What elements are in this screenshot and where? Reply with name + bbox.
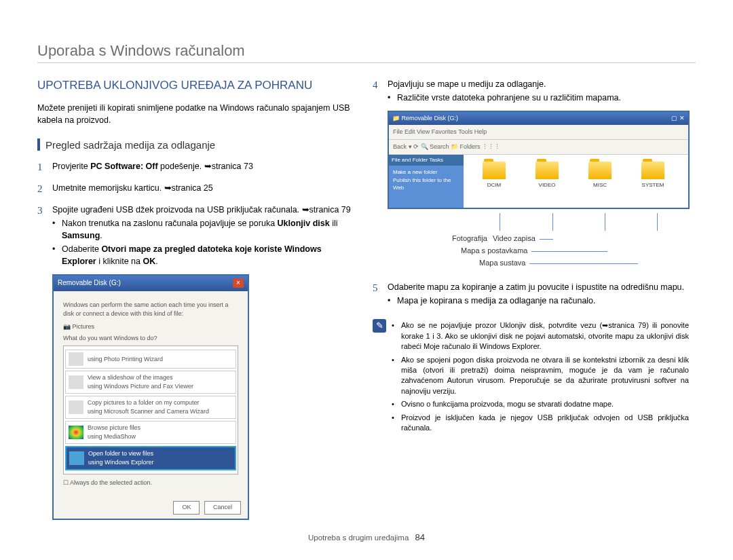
note-item: Ovisno o funkcijama proizvoda, mogu se s… [401,399,614,409]
note-item: Proizvod je isključen kada je njegov USB… [401,413,689,434]
page-number: 84 [415,532,425,542]
step-number: 1 [37,160,52,175]
explorer-sidebar: File and Folder Tasks Make a new folder … [389,155,464,208]
step-text: Umetnite memorijsku karticu. ➥stranica 2… [52,182,354,197]
subheading: Pregled sadržaja medija za odlaganje [37,138,354,153]
note-box: ✎ •Ako se ne pojavljuje prozor Uklonjiv … [373,319,689,436]
page-title: Uporaba s Windows računalom [37,42,696,60]
bullet-text: Mapa je kopirana s medija za odlaganje n… [397,295,596,307]
step-text: Pojavljuju se mape u mediju za odlaganje… [388,78,689,90]
dialog-option-selected[interactable]: Open folder to view filesusing Windows E… [65,446,236,470]
folder-dcim[interactable]: DCIM [477,162,511,208]
dialog-title: Removable Disk (G:) [58,278,121,288]
step-bullet: • Odaberite Otvori mape za pregled datot… [52,243,354,267]
dialog-option[interactable]: View a slideshow of the imagesusing Wind… [65,371,236,394]
ok-button[interactable]: OK [173,501,200,514]
folder-icon [483,162,506,179]
mediashow-icon [69,426,83,439]
intro-text: Možete prenijeti ili kopirati snimljene … [37,102,354,126]
step-bullet: •Različite vrste datoteka pohranjene su … [388,92,689,104]
explorer-title: Removable Disk (G:) [402,115,459,122]
folder-callouts: Fotografija Video zapisa Mapa s postavka… [388,213,689,269]
right-column: 4 Pojavljuju se mape u mediju za odlagan… [373,78,689,520]
bullet-bold: Samsung [62,231,100,240]
folder-icon [535,162,559,179]
content-columns: UPOTREBA UKLONJIVOG UREĐAJA ZA POHRANU M… [37,78,696,520]
section-heading: UPOTREBA UKLONJIVOG UREĐAJA ZA POHRANU [37,78,354,92]
dialog-pictures: Pictures [73,323,95,330]
step-3: 3 Spojite ugrađeni USB džek proizvoda na… [37,204,354,268]
dialog-text: Windows can perform the same action each… [63,301,238,318]
bullet-text: ili [330,219,338,228]
bullet-text: . [100,231,102,240]
note-item: Ako se spojeni pogon diska proizvoda ne … [401,355,689,397]
step-4: 4 Pojavljuju se mape u mediju za odlagan… [373,78,689,104]
step-number: 3 [37,204,52,268]
sidebar-header: File and Folder Tasks [389,155,464,166]
folder-video[interactable]: VIDEO [530,162,564,208]
sidebar-link[interactable]: Publish this folder to the Web [393,176,459,192]
callout-photo: Fotografija [452,234,487,244]
explorer-window: 📁 Removable Disk (G:) ▢ ✕ File Edit View… [388,111,690,209]
sidebar-link[interactable]: Make a new folder [393,168,459,176]
footer-section: Upotreba s drugim uređajima [308,534,409,542]
explorer-menu[interactable]: File Edit View Favorites Tools Help [389,125,688,140]
cancel-button[interactable]: Cancel [204,501,241,514]
step-2: 2 Umetnite memorijsku karticu. ➥stranica… [37,182,354,197]
bullet-text: i kliknite na [96,257,143,266]
bullet-text: Nakon trenutka na zaslonu računala pojav… [62,219,278,228]
folder-misc[interactable]: MISC [583,162,617,208]
wizard-icon [69,352,83,366]
subheading-text: Pregled sadržaja medija za odlaganje [45,138,215,153]
step-number: 4 [373,78,388,104]
divider [37,62,696,63]
callout-settings: Mapa s postavkama [461,246,527,257]
accent-bar [37,138,40,151]
step-text: Odaberite mapu za kopiranje a zatim ju p… [388,281,689,293]
step-text: podešenje. ➥stranica 73 [158,162,253,171]
dialog-option[interactable]: using Photo Printing Wizard [65,350,236,369]
folder-icon [641,162,664,179]
callout-video: Video zapisa [493,234,535,244]
removable-disk-dialog: Removable Disk (G:) × Windows can perfor… [52,274,249,519]
folder-icon [588,162,612,179]
page-footer: Upotreba s drugim uređajima 84 [0,532,733,542]
note-icon: ✎ [373,319,386,333]
folder-system[interactable]: SYSTEM [636,162,670,208]
explorer-content: DCIM VIDEO MISC SYSTEM [464,155,688,208]
step-bullet: •Mapa je kopirana s medija za odlaganje … [388,295,689,307]
explorer-toolbar[interactable]: Back ▾ ⟳ 🔍 Search 📁 Folders ⋮⋮⋮ [389,140,688,155]
step-1: 1 Provjerite PC Software: Off podešenje.… [37,160,354,175]
step-bold: PC Software: Off [90,162,157,171]
step-text: Spojite ugrađeni USB džek proizvoda na U… [52,204,354,216]
step-number: 5 [373,281,388,307]
folder-open-icon [69,451,84,465]
bullet-text: Različite vrste datoteka pohranjene su u… [397,92,621,104]
dialog-option[interactable]: Browse picture filesusing MediaShow [65,421,236,444]
copy-icon [69,400,83,414]
slideshow-icon [69,375,83,389]
left-column: UPOTREBA UKLONJIVOG UREĐAJA ZA POHRANU M… [37,78,354,520]
window-controls[interactable]: ▢ ✕ [671,114,685,123]
bullet-text: Odaberite [62,244,101,254]
step-number: 2 [37,182,52,197]
dialog-option[interactable]: Copy pictures to a folder on my computer… [65,396,236,419]
bullet-bold: OK [143,257,156,266]
step-text: Provjerite [52,162,90,171]
note-item: Ako se ne pojavljuje prozor Uklonjiv dis… [401,320,689,352]
callout-system: Mapa sustava [479,258,525,269]
step-bullet: • Nakon trenutka na zaslonu računala poj… [52,217,354,242]
bullet-text: . [155,257,157,266]
dialog-prompt: What do you want Windows to do? [63,334,238,343]
always-checkbox-label[interactable]: Always do the selected action. [70,479,152,486]
step-5: 5 Odaberite mapu za kopiranje a zatim ju… [373,281,689,307]
bullet-bold: Uklonjiv disk [278,219,330,228]
close-icon[interactable]: × [233,278,244,288]
